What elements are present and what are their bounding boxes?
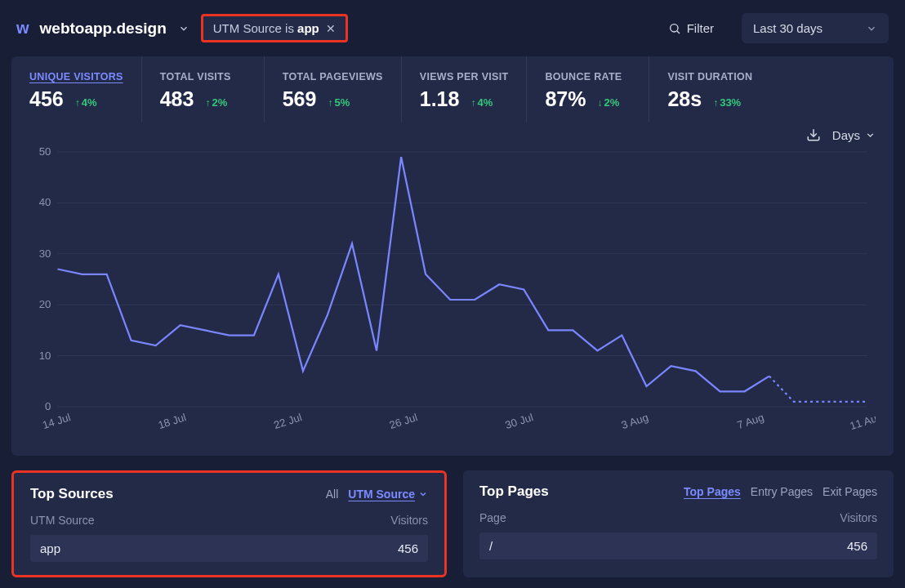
stat-label: TOTAL PAGEVIEWS: [283, 71, 383, 82]
chevron-down-icon: [418, 489, 428, 499]
col-right: Visitors: [390, 514, 428, 527]
svg-text:20: 20: [39, 298, 51, 310]
svg-text:22 Jul: 22 Jul: [272, 411, 303, 431]
tab-all[interactable]: All: [326, 488, 339, 501]
header-bar: w webtoapp.design UTM Source is app ✕ Fi…: [0, 0, 905, 56]
stat-change: 2%: [205, 96, 227, 109]
svg-text:18 Jul: 18 Jul: [157, 411, 188, 431]
chevron-down-icon: [866, 23, 877, 34]
bottom-panels-row: Top Sources All UTM Source UTM Source Vi…: [0, 470, 905, 577]
stat-value: 483: [160, 87, 194, 111]
line-chart: 0102030405014 Jul18 Jul22 Jul26 Jul30 Ju…: [29, 147, 876, 441]
stat-dur[interactable]: VISIT DURATION 28s 33%: [649, 56, 771, 122]
column-headers: Page Visitors: [479, 511, 877, 524]
tab-utm-source[interactable]: UTM Source: [348, 488, 428, 501]
stat-label: TOTAL VISITS: [160, 71, 246, 82]
stat-visits[interactable]: TOTAL VISITS 483 2%: [141, 56, 264, 122]
site-selector-name[interactable]: webtoapp.design: [40, 20, 167, 38]
svg-line-1: [677, 31, 680, 33]
stat-vpv[interactable]: VIEWS PER VISIT 1.18 4%: [401, 56, 527, 122]
stat-change: 5%: [328, 96, 350, 109]
svg-text:10: 10: [39, 350, 51, 362]
search-icon: [668, 22, 681, 35]
top-pages-panel: Top Pages Top Pages Entry Pages Exit Pag…: [463, 470, 894, 577]
chart-controls: Days: [11, 122, 894, 142]
svg-text:26 Jul: 26 Jul: [388, 411, 419, 431]
stat-value: 569: [283, 87, 317, 111]
svg-text:40: 40: [39, 196, 51, 208]
stat-value: 456: [29, 87, 64, 111]
period-label: Last 30 days: [753, 21, 823, 35]
active-filter-chip[interactable]: UTM Source is app ✕: [201, 14, 348, 42]
tab-exit-pages[interactable]: Exit Pages: [823, 485, 877, 498]
table-row[interactable]: app 456: [30, 535, 428, 562]
main-chart-panel: UNIQUE VISITORS 456 4% TOTAL VISITS 483 …: [11, 56, 894, 456]
download-icon[interactable]: [806, 127, 821, 142]
filter-button[interactable]: Filter: [668, 21, 714, 35]
stat-value: 87%: [545, 87, 586, 111]
svg-text:3 Aug: 3 Aug: [620, 412, 650, 431]
stats-row: UNIQUE VISITORS 456 4% TOTAL VISITS 483 …: [11, 56, 894, 122]
panel-title: Top Sources: [30, 486, 114, 502]
col-left: UTM Source: [30, 514, 95, 527]
svg-text:14 Jul: 14 Jul: [41, 411, 72, 431]
stat-value: 1.18: [420, 87, 460, 111]
top-sources-panel: Top Sources All UTM Source UTM Source Vi…: [11, 470, 447, 577]
svg-text:30: 30: [39, 247, 51, 260]
app-logo: w: [16, 19, 29, 38]
granularity-label: Days: [832, 128, 860, 142]
svg-point-0: [670, 24, 677, 31]
column-headers: UTM Source Visitors: [30, 514, 428, 527]
svg-text:7 Aug: 7 Aug: [735, 412, 765, 431]
chevron-down-icon[interactable]: [178, 23, 189, 34]
period-selector[interactable]: Last 30 days: [742, 13, 889, 43]
svg-text:11 Aug: 11 Aug: [849, 410, 876, 432]
svg-text:50: 50: [39, 147, 51, 158]
filter-button-label: Filter: [687, 21, 714, 35]
stat-bounce[interactable]: BOUNCE RATE 87% 2%: [526, 56, 649, 122]
stat-value: 28s: [667, 87, 702, 111]
chart-area: 0102030405014 Jul18 Jul22 Jul26 Jul30 Ju…: [11, 142, 894, 441]
stat-label: VISIT DURATION: [667, 71, 753, 82]
tab-entry-pages[interactable]: Entry Pages: [751, 485, 813, 498]
stat-unique[interactable]: UNIQUE VISITORS 456 4%: [11, 56, 141, 122]
table-row[interactable]: / 456: [479, 532, 877, 559]
granularity-button[interactable]: Days: [832, 128, 876, 142]
col-right: Visitors: [840, 511, 877, 524]
stat-change: 4%: [470, 96, 493, 109]
close-icon[interactable]: ✕: [326, 22, 336, 35]
panel-title: Top Pages: [479, 483, 549, 500]
stat-label: UNIQUE VISITORS: [29, 71, 123, 82]
row-value: 456: [847, 539, 867, 553]
tab-top-pages[interactable]: Top Pages: [684, 485, 741, 498]
svg-text:0: 0: [45, 400, 51, 412]
stat-label: BOUNCE RATE: [545, 71, 631, 82]
stat-change: 2%: [597, 96, 619, 109]
stat-pv[interactable]: TOTAL PAGEVIEWS 569 5%: [264, 56, 401, 122]
row-value: 456: [398, 541, 418, 555]
stat-change: 4%: [75, 96, 97, 109]
svg-text:30 Jul: 30 Jul: [504, 411, 535, 431]
filter-chip-text: UTM Source is app: [213, 21, 319, 35]
col-left: Page: [479, 511, 506, 524]
stat-label: VIEWS PER VISIT: [420, 71, 509, 82]
stat-change: 33%: [713, 96, 741, 109]
chevron-down-icon: [865, 130, 876, 140]
row-label: /: [489, 539, 493, 553]
row-label: app: [40, 541, 60, 555]
